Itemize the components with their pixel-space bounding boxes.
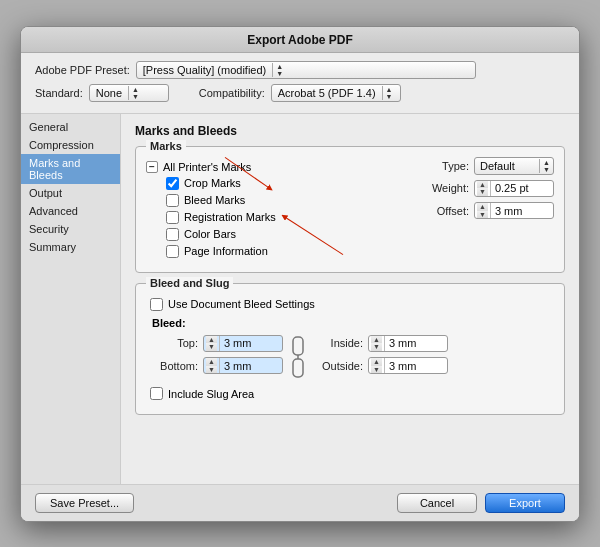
inside-up[interactable]: ▲ — [371, 336, 382, 344]
all-printers-label: All Printer's Marks — [163, 161, 251, 173]
outside-stepper[interactable]: ▲ ▼ 3 mm — [368, 357, 448, 374]
footer: Save Preset... Cancel Export — [21, 484, 579, 521]
export-button[interactable]: Export — [485, 493, 565, 513]
compatibility-arrows: ▲ ▼ — [382, 86, 393, 100]
inside-down[interactable]: ▼ — [371, 343, 382, 351]
sidebar-item-compression[interactable]: Compression — [21, 136, 120, 154]
sidebar: General Compression Marks and Bleeds Out… — [21, 114, 121, 484]
registration-marks-label[interactable]: Registration Marks — [184, 211, 276, 223]
bottom-stepper[interactable]: ▲ ▼ 3 mm — [203, 357, 283, 374]
type-row: Type: Default ▲ ▼ — [421, 157, 554, 175]
color-bars-label[interactable]: Color Bars — [184, 228, 236, 240]
inside-stepper[interactable]: ▲ ▼ 3 mm — [368, 335, 448, 352]
top-row: Top: ▲ ▼ 3 mm — [152, 335, 283, 352]
sidebar-item-summary[interactable]: Summary — [21, 238, 120, 256]
type-select[interactable]: Default ▲ ▼ — [474, 157, 554, 175]
outside-value: 3 mm — [385, 359, 421, 373]
weight-stepper[interactable]: ▲ ▼ 0.25 pt — [474, 180, 554, 197]
outside-label: Outside: — [313, 360, 363, 372]
bleed-left-col: Top: ▲ ▼ 3 mm Bottom: — [152, 335, 283, 380]
include-slug-label[interactable]: Include Slug Area — [168, 388, 254, 400]
registration-marks-checkbox[interactable] — [166, 211, 179, 224]
inside-row: Inside: ▲ ▼ 3 mm — [313, 335, 448, 352]
color-bars-checkbox[interactable] — [166, 228, 179, 241]
preset-arrows: ▲ ▼ — [272, 63, 283, 77]
bleed-label: Bleed: — [152, 317, 186, 329]
weight-label: Weight: — [421, 182, 469, 194]
inside-label: Inside: — [313, 337, 363, 349]
page-info-row: Page Information — [146, 245, 554, 258]
type-weight-area: Type: Default ▲ ▼ Weight: — [421, 157, 554, 225]
sidebar-item-advanced[interactable]: Advanced — [21, 202, 120, 220]
export-pdf-dialog: Export Adobe PDF Adobe PDF Preset: [Pres… — [20, 26, 580, 522]
use-document-bleed-row: Use Document Bleed Settings — [146, 298, 554, 311]
type-value: Default — [480, 160, 537, 172]
outside-up[interactable]: ▲ — [371, 358, 382, 366]
crop-marks-checkbox[interactable] — [166, 177, 179, 190]
standard-label: Standard: — [35, 87, 83, 99]
bottom-step-buttons[interactable]: ▲ ▼ — [204, 358, 220, 373]
offset-step-buttons[interactable]: ▲ ▼ — [475, 203, 491, 218]
save-preset-button[interactable]: Save Preset... — [35, 493, 134, 513]
page-info-checkbox[interactable] — [166, 245, 179, 258]
top-step-buttons[interactable]: ▲ ▼ — [204, 336, 220, 351]
weight-row: Weight: ▲ ▼ 0.25 pt — [421, 180, 554, 197]
all-printers-checkbox[interactable]: − — [146, 161, 158, 173]
sidebar-item-marks-and-bleeds[interactable]: Marks and Bleeds — [21, 154, 120, 184]
include-slug-checkbox[interactable] — [150, 387, 163, 400]
weight-up[interactable]: ▲ — [477, 181, 488, 189]
top-up[interactable]: ▲ — [206, 336, 217, 344]
offset-row: Offset: ▲ ▼ 3 mm — [421, 202, 554, 219]
compatibility-value: Acrobat 5 (PDF 1.4) — [278, 87, 376, 99]
sidebar-item-output[interactable]: Output — [21, 184, 120, 202]
inside-value: 3 mm — [385, 336, 421, 350]
offset-label: Offset: — [421, 205, 469, 217]
marks-panel-label: Marks — [146, 140, 186, 152]
top-down[interactable]: ▼ — [206, 343, 217, 351]
use-document-bleed-checkbox[interactable] — [150, 298, 163, 311]
bottom-row: Bottom: ▲ ▼ 3 mm — [152, 357, 283, 374]
cancel-button[interactable]: Cancel — [397, 493, 477, 513]
standard-row: Standard: None ▲ ▼ Compatibility: Acroba… — [35, 84, 565, 102]
standard-select[interactable]: None ▲ ▼ — [89, 84, 169, 102]
bleed-right-col: Inside: ▲ ▼ 3 mm Outside — [313, 335, 448, 380]
page-info-label[interactable]: Page Information — [184, 245, 268, 257]
include-slug-row: Include Slug Area — [146, 387, 554, 400]
outside-down[interactable]: ▼ — [371, 366, 382, 374]
top-label: Top: — [152, 337, 198, 349]
offset-down[interactable]: ▼ — [477, 211, 488, 219]
bleed-fields: Top: ▲ ▼ 3 mm Bottom: — [152, 335, 554, 380]
offset-up[interactable]: ▲ — [477, 203, 488, 211]
bottom-down[interactable]: ▼ — [206, 366, 217, 374]
standard-arrows: ▲ ▼ — [128, 86, 139, 100]
bottom-label: Bottom: — [152, 360, 198, 372]
sidebar-item-general[interactable]: General — [21, 118, 120, 136]
top-value: 3 mm — [220, 336, 256, 350]
link-icon — [289, 336, 307, 378]
top-controls: Adobe PDF Preset: [Press Quality] (modif… — [21, 53, 579, 114]
weight-step-buttons[interactable]: ▲ ▼ — [475, 181, 491, 196]
bleed-marks-checkbox[interactable] — [166, 194, 179, 207]
bottom-up[interactable]: ▲ — [206, 358, 217, 366]
compatibility-label: Compatibility: — [199, 87, 265, 99]
top-stepper[interactable]: ▲ ▼ 3 mm — [203, 335, 283, 352]
section-title: Marks and Bleeds — [135, 124, 565, 138]
weight-value: 0.25 pt — [491, 181, 533, 195]
compatibility-select[interactable]: Acrobat 5 (PDF 1.4) ▲ ▼ — [271, 84, 401, 102]
dialog-title-bar: Export Adobe PDF — [21, 27, 579, 53]
link-icon-container[interactable] — [289, 336, 307, 378]
offset-stepper[interactable]: ▲ ▼ 3 mm — [474, 202, 554, 219]
inside-step-buttons[interactable]: ▲ ▼ — [369, 336, 385, 351]
svg-rect-3 — [293, 337, 303, 355]
sidebar-item-security[interactable]: Security — [21, 220, 120, 238]
weight-down[interactable]: ▼ — [477, 188, 488, 196]
outside-step-buttons[interactable]: ▲ ▼ — [369, 358, 385, 373]
preset-select[interactable]: [Press Quality] (modified) ▲ ▼ — [136, 61, 476, 79]
color-bars-row: Color Bars — [146, 228, 554, 241]
use-document-bleed-label[interactable]: Use Document Bleed Settings — [168, 298, 315, 310]
bleed-section: Bleed: Top: ▲ ▼ 3 — [146, 317, 554, 380]
type-label: Type: — [421, 160, 469, 172]
main-area: General Compression Marks and Bleeds Out… — [21, 114, 579, 484]
crop-marks-label[interactable]: Crop Marks — [184, 177, 241, 189]
bleed-marks-label[interactable]: Bleed Marks — [184, 194, 245, 206]
